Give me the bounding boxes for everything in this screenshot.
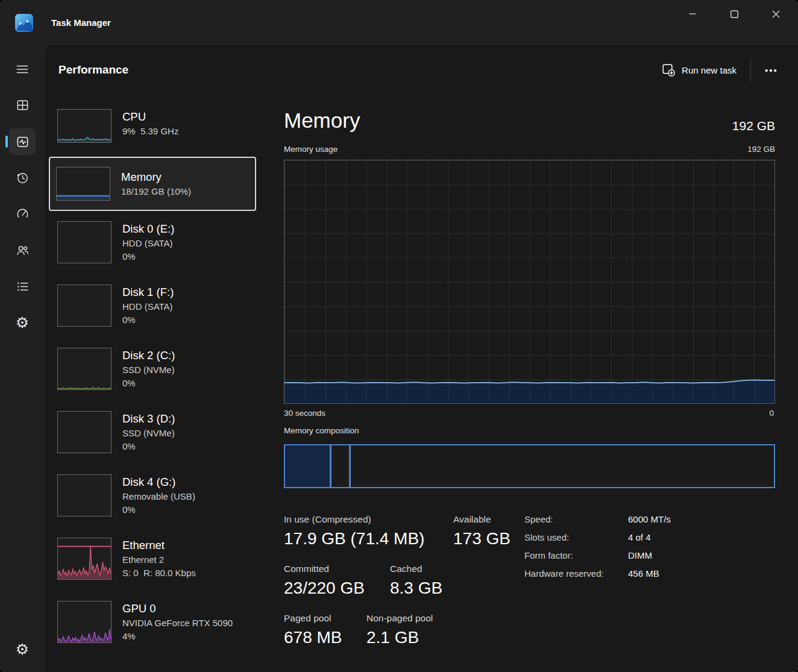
task-manager-window: Task Manager [0,0,798,672]
usage-chart-label: Memory usage [284,145,338,154]
ethernet-adapter: Ethernet 2 [122,553,196,567]
available-value: 173 GB [453,529,511,548]
perf-item-gpu0[interactable]: GPU 0 NVIDIA GeForce RTX 5090 4% [50,601,257,643]
ethernet-throughput: S: 0 R: 80.0 Kbps [122,567,196,580]
perf-item-disk2[interactable]: Disk 2 (C:) SSD (NVMe) 0% [50,348,257,390]
disk3-title: Disk 3 (D:) [122,411,175,427]
disk2-usage: 0% [122,377,175,390]
window-title: Task Manager [51,0,111,45]
cached-value: 8.3 GB [390,579,442,598]
composition-label: Memory composition [284,426,359,435]
window-controls [665,0,790,28]
perf-item-disk4[interactable]: Disk 4 (G:) Removable (USB) 0% [50,474,257,517]
memory-stats: 18/192 GB (10%) [121,185,191,198]
perf-item-memory-selected[interactable]: Memory 18/192 GB (10%) [49,157,256,211]
speed-value: 6000 MT/s [628,514,671,524]
navigation-rail: ⚙ ⚙ [0,45,45,672]
page-title: Performance [58,63,128,77]
titlebar: Task Manager [0,0,798,45]
disk4-sparkline [57,474,112,517]
nav-menu-button[interactable] [9,56,36,83]
gpu0-sparkline [57,601,112,643]
ethernet-sparkline [57,538,112,580]
speed-label: Speed: [524,514,628,524]
app-history-icon [16,171,30,185]
perf-item-cpu[interactable]: CPU 9% 5.39 GHz [50,109,257,143]
composition-segment-standby-free [351,445,774,487]
in-use-label: In use (Compressed) [284,514,424,525]
selected-accent-pill [5,136,8,148]
minimize-icon [689,10,696,17]
hamburger-icon [16,63,29,76]
services-icon: ⚙ [16,315,29,330]
nonpaged-pool-label: Non-paged pool [366,613,433,624]
hardware-reserved-value: 456 MB [628,568,659,579]
detail-row-form-factor: Form factor: DIMM [524,550,671,568]
disk1-sparkline [57,284,112,327]
disk4-title: Disk 4 (G:) [122,474,195,490]
nav-startup-apps-button[interactable] [9,201,36,227]
run-new-task-label: Run new task [682,65,737,75]
settings-icon: ⚙ [16,642,29,657]
memory-usage-graph [284,160,775,404]
disk1-title: Disk 1 (F:) [122,284,174,300]
nav-services-button[interactable]: ⚙ [9,309,36,336]
perf-item-disk3[interactable]: Disk 3 (D:) SSD (NVMe) 0% [50,411,257,453]
nav-app-history-button[interactable] [9,165,36,191]
stat-in-use: In use (Compressed) 17.9 GB (71.4 MB) [284,514,424,548]
nav-performance-button[interactable] [9,128,36,155]
memory-composition-bar [284,444,775,488]
stat-paged-pool: Paged pool 678 MB [284,613,342,647]
gpu0-model: NVIDIA GeForce RTX 5090 [122,617,233,630]
cpu-stats: 9% 5.39 GHz [122,125,178,138]
details-icon [16,280,30,294]
nonpaged-pool-value: 2.1 GB [366,628,433,647]
hardware-details: Speed: 6000 MT/s Slots used: 4 of 4 Form… [524,514,671,586]
committed-value: 23/220 GB [284,579,365,598]
stat-available: Available 173 GB [453,514,511,548]
gpu0-title: GPU 0 [122,601,233,617]
disk3-sparkline [57,411,112,453]
detail-row-hardware-reserved: Hardware reserved: 456 MB [524,568,671,586]
composition-segment-modified [331,445,351,487]
perf-item-disk1[interactable]: Disk 1 (F:) HDD (SATA) 0% [50,284,257,327]
disk4-usage: 0% [122,503,195,517]
close-icon [772,10,780,18]
disk4-type: Removable (USB) [122,490,195,503]
ellipsis-icon: ••• [765,65,778,75]
settings-button[interactable]: ⚙ [9,636,36,662]
run-new-task-icon [662,64,675,77]
processes-icon [16,98,30,112]
nav-details-button[interactable] [9,273,36,300]
memory-title: Memory [121,169,191,185]
detail-row-slots: Slots used: 4 of 4 [524,532,671,550]
in-use-value: 17.9 GB (71.4 MB) [284,529,424,548]
perf-item-disk0[interactable]: Disk 0 (E:) HDD (SATA) 0% [50,221,257,263]
close-button[interactable] [762,0,790,28]
nav-users-button[interactable] [9,237,36,263]
form-factor-value: DIMM [628,550,652,561]
more-options-button[interactable]: ••• [756,57,787,83]
ethernet-title: Ethernet [122,538,196,553]
content-panel: Performance Run new task ••• CPU 9% 5.39… [45,45,798,672]
cpu-title: CPU [122,109,178,125]
slots-used-value: 4 of 4 [628,532,651,542]
perf-item-ethernet[interactable]: Ethernet Ethernet 2 S: 0 R: 80.0 Kbps [50,538,257,580]
minimize-button[interactable] [679,0,706,28]
users-icon [16,243,30,257]
task-manager-app-icon [15,14,33,32]
gpu0-usage: 4% [122,630,233,643]
cached-label: Cached [390,564,442,574]
available-label: Available [453,514,511,525]
paged-pool-label: Paged pool [284,613,342,624]
disk2-sparkline [57,348,112,390]
x-axis-left-label: 30 seconds [284,409,325,418]
nav-processes-button[interactable] [9,92,36,118]
form-factor-label: Form factor: [524,550,628,561]
disk3-usage: 0% [122,440,175,453]
maximize-button[interactable] [720,0,748,28]
run-new-task-button[interactable]: Run new task [662,57,737,83]
x-axis-right-label: 0 [769,409,774,418]
disk2-type: SSD (NVMe) [122,363,175,377]
disk2-title: Disk 2 (C:) [122,348,175,363]
